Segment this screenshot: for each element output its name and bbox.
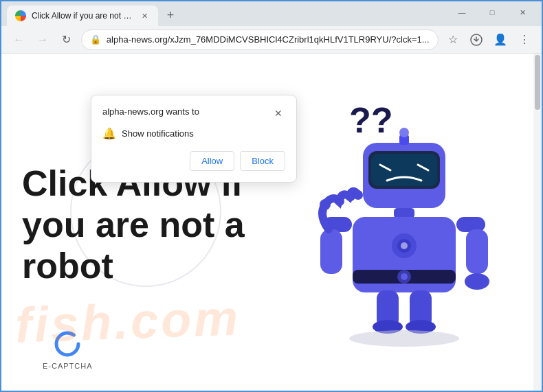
minimize-button[interactable]: — — [448, 3, 476, 22]
close-button[interactable]: ✕ — [509, 3, 536, 22]
popup-buttons: Allow Block — [102, 151, 285, 171]
back-button[interactable]: ← — [10, 30, 28, 49]
svg-rect-9 — [394, 208, 414, 218]
popup-close-button[interactable]: ✕ — [272, 106, 285, 120]
scrollbar-thumb[interactable] — [535, 55, 540, 110]
window-controls: — □ ✕ — [448, 3, 536, 25]
ecaptcha-logo: E-CAPTCHA — [43, 329, 93, 370]
svg-point-13 — [401, 273, 408, 280]
refresh-button[interactable]: ↻ — [57, 30, 76, 49]
maximize-button[interactable]: □ — [478, 3, 506, 22]
svg-point-20 — [335, 196, 344, 206]
scrollbar[interactable] — [533, 54, 542, 391]
tab-area: Click Allow if you are not a robot ✕ + — [7, 1, 445, 26]
block-button[interactable]: Block — [240, 151, 285, 171]
tab-close-button[interactable]: ✕ — [139, 10, 150, 21]
svg-rect-24 — [466, 229, 488, 274]
popup-site-text: alpha-news.org wants to — [102, 106, 199, 117]
tab-favicon — [15, 10, 26, 21]
content-area: Click Allow if you are not a robot E-CAP… — [1, 54, 542, 391]
browser-window: Click Allow if you are not a robot ✕ + —… — [0, 0, 543, 392]
permission-text: Show notifications — [122, 128, 194, 139]
webpage: Click Allow if you are not a robot E-CAP… — [1, 54, 542, 391]
tab-title: Click Allow if you are not a robot — [32, 11, 133, 21]
new-tab-button[interactable]: + — [161, 5, 180, 25]
menu-button[interactable]: ⋮ — [515, 30, 533, 49]
address-text: alpha-news.org/xJzm_76MDDiMCVSBHICl4CZri… — [107, 34, 430, 45]
lock-icon: 🔒 — [90, 34, 101, 45]
main-text-line2: you are not a — [22, 205, 245, 244]
main-text-line3: robot — [22, 246, 113, 286]
profile-button[interactable]: 👤 — [491, 30, 510, 49]
active-tab[interactable]: Click Allow if you are not a robot ✕ — [7, 5, 158, 26]
notification-popup: alpha-news.org wants to ✕ 🔔 Show notific… — [91, 95, 297, 183]
forward-button[interactable]: → — [34, 30, 52, 49]
captcha-c-icon — [52, 329, 82, 359]
toolbar: ← → ↻ 🔒 alpha-news.org/xJzm_76MDDiMCVSBH… — [1, 26, 542, 54]
svg-point-30 — [349, 330, 459, 347]
bookmark-button[interactable]: ☆ — [444, 30, 463, 49]
robot-illustration: ?? — [308, 95, 514, 356]
popup-permission: 🔔 Show notifications — [102, 127, 285, 140]
shield-icon[interactable] — [467, 30, 486, 49]
svg-text:??: ?? — [349, 100, 393, 140]
address-bar[interactable]: 🔒 alpha-news.org/xJzm_76MDDiMCVSBHICl4CZ… — [81, 30, 439, 50]
allow-button[interactable]: Allow — [190, 151, 234, 171]
bell-icon: 🔔 — [102, 127, 116, 140]
title-bar: Click Allow if you are not a robot ✕ + —… — [1, 1, 542, 26]
svg-point-8 — [399, 128, 409, 137]
captcha-label: E-CAPTCHA — [43, 362, 93, 370]
svg-point-19 — [320, 199, 331, 210]
svg-rect-18 — [320, 229, 342, 274]
svg-point-22 — [353, 190, 363, 200]
popup-header: alpha-news.org wants to ✕ — [102, 106, 285, 120]
svg-point-25 — [465, 273, 489, 290]
svg-point-16 — [401, 242, 408, 249]
